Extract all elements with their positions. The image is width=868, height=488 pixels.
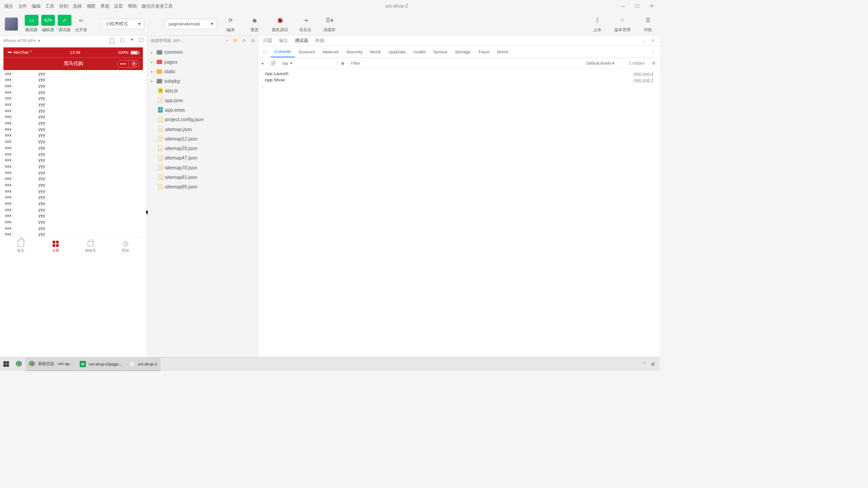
record-icon[interactable] [120, 38, 124, 42]
list-item[interactable]: xxxyyy [4, 150, 143, 157]
menu-ui[interactable]: 界面 [100, 3, 109, 9]
clear-console-icon[interactable] [271, 61, 276, 66]
dt-tab-调试器[interactable]: 调试器 [295, 38, 308, 44]
version-button[interactable]: ⑂版本管理 [614, 15, 631, 33]
dt-tab2-Trace[interactable]: Trace [474, 46, 493, 57]
eye-icon[interactable]: ◉ [337, 61, 348, 66]
device-icon[interactable] [110, 38, 114, 43]
start-button[interactable] [0, 357, 12, 371]
list-item[interactable]: xxxyyy [4, 163, 143, 169]
dt-tab-问题[interactable]: 问题 [263, 38, 272, 44]
list-item[interactable]: xxxyyy [4, 218, 143, 225]
tab-购物车[interactable]: 购物车 [73, 237, 108, 256]
tree-item-app.js[interactable]: JSapp.js [147, 86, 258, 95]
refresh-icon[interactable]: ⟳ [243, 38, 246, 43]
inspect-icon[interactable]: ⬚ [259, 49, 271, 54]
menu-select[interactable]: 选择 [73, 3, 82, 9]
source-link[interactable]: App.vue:4 [633, 71, 653, 76]
list-item[interactable]: xxxyyy [4, 107, 143, 113]
list-item[interactable]: xxxyyy [4, 212, 143, 219]
new-folder-icon[interactable]: 📁 [233, 38, 238, 43]
dt-tab2-Sources[interactable]: Sources [295, 46, 319, 57]
tree-item-subpkg[interactable]: ▸subpkg [147, 76, 258, 86]
avatar[interactable] [5, 17, 18, 30]
context-selector[interactable]: top▾ [279, 61, 337, 66]
list-item[interactable]: xxxyyy [4, 89, 143, 95]
list-item[interactable]: xxxyyy [4, 70, 143, 76]
new-file-icon[interactable]: + [226, 38, 228, 43]
capsule-button[interactable] [117, 60, 139, 68]
list-item[interactable]: xxxyyy [4, 225, 143, 231]
list-item[interactable]: xxxyyy [4, 132, 143, 138]
tab-首页[interactable]: 首页 [4, 237, 38, 256]
list-item[interactable]: xxxyyy [4, 206, 143, 212]
compile-button[interactable]: ⟳编译 [224, 15, 237, 33]
tree-item-project.config.json[interactable]: {}project.config.json [147, 115, 258, 124]
tree-item-sitemap12.json[interactable]: {}sitemap12.json [147, 134, 258, 143]
tree-item-static[interactable]: ▸static [147, 66, 258, 76]
levels-dropdown[interactable]: Default levels ▾ [583, 61, 618, 66]
list-item[interactable]: xxxyyy [4, 82, 143, 89]
list-item[interactable]: xxxyyy [4, 101, 143, 107]
remote-debug-button[interactable]: 🐞真机调试 [272, 15, 288, 33]
tree-item-app.json[interactable]: {}app.json [147, 95, 258, 105]
screenshot-icon[interactable] [139, 38, 143, 42]
dt-tab2-AppData[interactable]: AppData [385, 46, 410, 57]
device-selector[interactable]: iPhone 6/7/8 85% [4, 38, 36, 43]
page-dropdown[interactable]: pages/cate/cate▾ [165, 19, 217, 29]
collapse-icon[interactable]: ⊟ [251, 38, 255, 43]
source-link[interactable]: App.vue:7 [633, 77, 653, 82]
editor-button[interactable]: </>编辑器 [41, 15, 55, 33]
close-icon[interactable]: ✕ [651, 38, 655, 43]
console-prompt[interactable]: › [259, 83, 660, 89]
tray-icon[interactable]: ⊞ [651, 361, 655, 366]
list-item[interactable]: xxxyyy [4, 113, 143, 120]
tray-up-icon[interactable]: ⌃ [642, 361, 646, 366]
dt-tab2-Console[interactable]: Console [271, 46, 295, 57]
tree-item-sitemap95.json[interactable]: {}sitemap95.json [147, 182, 258, 192]
tab-分类[interactable]: 分类 [38, 237, 73, 256]
dt-tab2-Sensor[interactable]: Sensor [429, 46, 451, 57]
menu-view[interactable]: 视图 [87, 3, 96, 9]
chrome-app[interactable] [12, 357, 25, 371]
menu-wxdevtools[interactable]: 微信开发者工具 [142, 3, 173, 9]
list-item[interactable]: xxxyyy [4, 188, 143, 194]
list-item[interactable]: xxxyyy [4, 119, 143, 126]
dt-tab2-Mock[interactable]: Mock [366, 46, 384, 57]
dt-tab2-Storage[interactable]: Storage [451, 46, 474, 57]
debugger-button[interactable]: ✓调试器 [58, 15, 71, 33]
dt-tab2-Wxml[interactable]: Wxml [493, 46, 512, 57]
upload-button[interactable]: ⤴上传 [590, 15, 604, 33]
menu-settings[interactable]: 设置 [114, 3, 123, 9]
kebab-icon[interactable]: ⋮ [651, 49, 656, 54]
tree-item-sitemap47.json[interactable]: {}sitemap47.json [147, 153, 258, 163]
preview-button[interactable]: ◉预览 [248, 15, 261, 33]
taskbar-app[interactable]: 系统信息 - uni-ap... [25, 357, 76, 371]
cloud-button[interactable]: ∞云开发 [74, 15, 88, 33]
list-item[interactable]: xxxyyy [4, 200, 143, 206]
menu-edit[interactable]: 编辑 [32, 3, 41, 9]
background-button[interactable]: ⇥切后台 [298, 15, 312, 33]
menu-help[interactable]: 帮助 [128, 3, 137, 9]
list-content[interactable]: xxxyyyxxxyyyxxxyyyxxxyyyxxxyyyxxxyyyxxxy… [4, 70, 143, 237]
tree-item-sitemap25.json[interactable]: {}sitemap25.json [147, 144, 258, 153]
tree-item-sitemap.json[interactable]: {}sitemap.json [147, 124, 258, 134]
dt-tab2-Security[interactable]: Security [343, 46, 366, 57]
menu-goto[interactable]: 转到 [59, 3, 68, 9]
minimize-icon[interactable]: — [621, 4, 626, 9]
simulator-button[interactable]: ▭模拟器 [25, 15, 38, 33]
list-item[interactable]: xxxyyy [4, 76, 143, 83]
dt-tab-终端[interactable]: 终端 [315, 38, 324, 44]
list-item[interactable]: xxxyyy [4, 181, 143, 188]
tree-item-sitemap81.json[interactable]: {}sitemap81.json [147, 173, 258, 182]
tree-item-pages[interactable]: ▸pages [147, 57, 258, 66]
chevron-down-icon[interactable]: ⌄ [642, 38, 646, 43]
detail-button[interactable]: ☰详情 [641, 15, 655, 33]
menu-file[interactable]: 文件 [18, 3, 27, 9]
maximize-icon[interactable]: ☐ [635, 4, 640, 9]
taskbar-app[interactable]: Huni-shop-2/page... [76, 357, 125, 371]
list-item[interactable]: xxxyyy [4, 144, 143, 150]
list-item[interactable]: xxxyyy [4, 157, 143, 163]
menu-project[interactable]: 项目 [4, 3, 13, 9]
menu-tool[interactable]: 工具 [45, 3, 54, 9]
